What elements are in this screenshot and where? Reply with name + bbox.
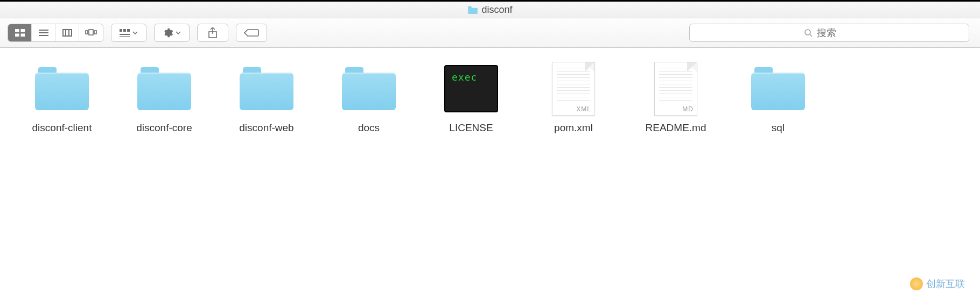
file-label: docs: [358, 122, 380, 134]
svg-point-20: [805, 30, 810, 35]
file-item[interactable]: disconf-core: [113, 60, 215, 162]
folder-icon: [33, 62, 91, 116]
file-item[interactable]: disconf-web: [215, 60, 318, 162]
file-label: LICENSE: [449, 122, 493, 134]
file-label: README.md: [646, 122, 706, 134]
file-item[interactable]: exec LICENSE: [420, 60, 522, 162]
svg-rect-4: [21, 34, 25, 37]
chevron-down-icon: [176, 31, 181, 34]
folder-icon: [467, 5, 478, 14]
tag-icon: [244, 28, 259, 37]
svg-rect-18: [120, 36, 130, 37]
icon-view-button[interactable]: [8, 24, 32, 41]
watermark-text: 创新互联: [926, 277, 965, 290]
gear-icon: [163, 27, 173, 38]
file-label: disconf-web: [239, 122, 293, 134]
chevron-down-icon: [132, 31, 138, 34]
action-menu-button[interactable]: [154, 24, 190, 42]
svg-rect-8: [63, 30, 72, 36]
file-label: disconf-client: [32, 122, 92, 134]
svg-rect-2: [21, 29, 25, 32]
folder-icon: [237, 62, 296, 116]
watermark: 创新互联: [910, 277, 965, 290]
svg-rect-16: [127, 29, 130, 32]
share-button[interactable]: [197, 24, 228, 42]
document-icon: MD: [647, 62, 705, 116]
svg-rect-0: [468, 6, 472, 8]
tags-button[interactable]: [236, 24, 267, 42]
watermark-logo-icon: [910, 277, 923, 290]
folder-icon: [749, 62, 807, 116]
exec-icon: exec: [442, 62, 500, 116]
search-input[interactable]: [817, 27, 855, 39]
document-icon: XML: [544, 62, 603, 116]
folder-icon: [135, 62, 193, 116]
window-title: disconf: [481, 4, 512, 16]
file-item[interactable]: docs: [318, 60, 420, 162]
search-field[interactable]: [689, 24, 969, 42]
file-label: pom.xml: [554, 122, 593, 134]
svg-line-21: [810, 34, 812, 37]
window-titlebar: disconf: [0, 0, 980, 18]
search-icon: [804, 28, 813, 37]
svg-rect-11: [89, 30, 93, 35]
view-mode-group: [8, 24, 103, 42]
share-icon: [208, 27, 218, 38]
toolbar: [0, 18, 980, 48]
file-item[interactable]: XML pom.xml: [522, 60, 625, 162]
folder-icon: [340, 62, 398, 116]
group-by-button[interactable]: [111, 24, 146, 42]
file-item[interactable]: sql: [727, 60, 829, 162]
svg-rect-17: [120, 34, 130, 35]
svg-rect-3: [15, 34, 19, 37]
list-view-button[interactable]: [32, 24, 55, 41]
column-view-button[interactable]: [55, 24, 79, 41]
svg-rect-14: [120, 29, 122, 32]
gallery-view-button[interactable]: [79, 24, 103, 41]
file-label: disconf-core: [136, 122, 192, 134]
file-grid: disconf-client disconf-core disconf-web …: [0, 48, 980, 174]
svg-rect-13: [94, 31, 96, 34]
svg-rect-15: [123, 29, 126, 32]
svg-rect-1: [15, 29, 19, 32]
svg-rect-12: [86, 31, 88, 34]
file-item[interactable]: disconf-client: [11, 60, 113, 162]
file-item[interactable]: MD README.md: [625, 60, 727, 162]
file-label: sql: [772, 122, 785, 134]
